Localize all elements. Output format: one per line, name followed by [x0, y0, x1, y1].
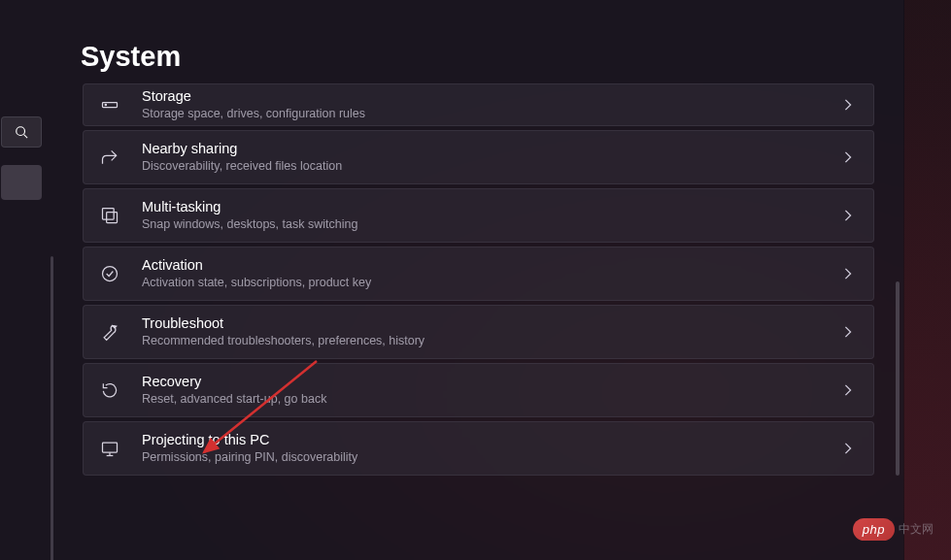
card-title: Multi-tasking	[142, 198, 838, 216]
multitask-icon	[99, 205, 120, 226]
card-desc: Recommended troubleshooters, preferences…	[142, 333, 838, 350]
desktop-edge	[904, 0, 951, 560]
card-recovery[interactable]: Recovery Reset, advanced start-up, go ba…	[83, 363, 874, 417]
card-desc: Activation state, subscriptions, product…	[142, 275, 838, 292]
scrollbar[interactable]	[896, 281, 900, 476]
card-text: Nearby sharing Discoverability, received…	[142, 140, 838, 175]
card-text: Activation Activation state, subscriptio…	[142, 256, 838, 291]
watermark-badge: php	[853, 518, 895, 541]
card-title: Recovery	[142, 373, 838, 391]
card-text: Troubleshoot Recommended troubleshooters…	[142, 314, 838, 349]
storage-icon	[99, 94, 120, 115]
card-desc: Reset, advanced start-up, go back	[142, 391, 838, 409]
chevron-right-icon	[838, 322, 858, 342]
card-projecting[interactable]: Projecting to this PC Permissions, pairi…	[83, 421, 874, 476]
svg-point-6	[103, 267, 118, 281]
svg-rect-4	[103, 209, 115, 220]
card-nearby-sharing[interactable]: Nearby sharing Discoverability, received…	[83, 130, 874, 184]
svg-line-1	[24, 135, 28, 139]
card-text: Storage Storage space, drives, configura…	[142, 87, 838, 122]
page-title: System	[81, 41, 181, 73]
search-button[interactable]	[1, 116, 42, 148]
chevron-right-icon	[838, 206, 858, 225]
card-multitasking[interactable]: Multi-tasking Snap windows, desktops, ta…	[83, 188, 874, 243]
card-title: Projecting to this PC	[142, 431, 838, 449]
chevron-right-icon	[838, 264, 858, 283]
chevron-right-icon	[838, 148, 858, 167]
troubleshoot-icon	[99, 321, 120, 343]
card-title: Nearby sharing	[142, 140, 838, 158]
recovery-icon	[99, 379, 120, 401]
svg-point-3	[105, 104, 106, 105]
projecting-icon	[99, 438, 120, 459]
activation-icon	[99, 263, 120, 284]
card-desc: Permissions, pairing PIN, discoverabilit…	[142, 449, 838, 467]
chevron-right-icon	[838, 95, 858, 115]
sidebar-indicator	[51, 116, 53, 369]
share-icon	[99, 147, 120, 168]
card-activation[interactable]: Activation Activation state, subscriptio…	[83, 247, 874, 301]
card-title: Activation	[142, 256, 838, 275]
svg-point-0	[17, 127, 25, 136]
sidebar	[0, 116, 45, 560]
card-text: Projecting to this PC Permissions, pairi…	[142, 431, 838, 466]
card-text: Recovery Reset, advanced start-up, go ba…	[142, 373, 838, 408]
svg-rect-7	[103, 443, 118, 452]
card-troubleshoot[interactable]: Troubleshoot Recommended troubleshooters…	[83, 305, 874, 359]
card-desc: Discoverability, received files location	[142, 158, 838, 176]
svg-rect-5	[107, 213, 118, 223]
watermark-text: 中文网	[899, 521, 934, 538]
card-title: Storage	[142, 87, 838, 106]
content-list: Storage Storage space, drives, configura…	[83, 83, 874, 479]
card-storage[interactable]: Storage Storage space, drives, configura…	[83, 83, 874, 126]
card-title: Troubleshoot	[142, 314, 838, 333]
search-icon	[15, 125, 28, 139]
card-desc: Snap windows, desktops, task switching	[142, 216, 838, 234]
watermark: php 中文网	[853, 518, 934, 541]
card-text: Multi-tasking Snap windows, desktops, ta…	[142, 198, 838, 233]
settings-window: System Storage Storage space, drives, co…	[0, 0, 903, 560]
card-desc: Storage space, drives, configuration rul…	[142, 106, 838, 123]
chevron-right-icon	[838, 380, 858, 400]
chevron-right-icon	[838, 439, 858, 458]
sidebar-item-system[interactable]	[1, 165, 42, 200]
